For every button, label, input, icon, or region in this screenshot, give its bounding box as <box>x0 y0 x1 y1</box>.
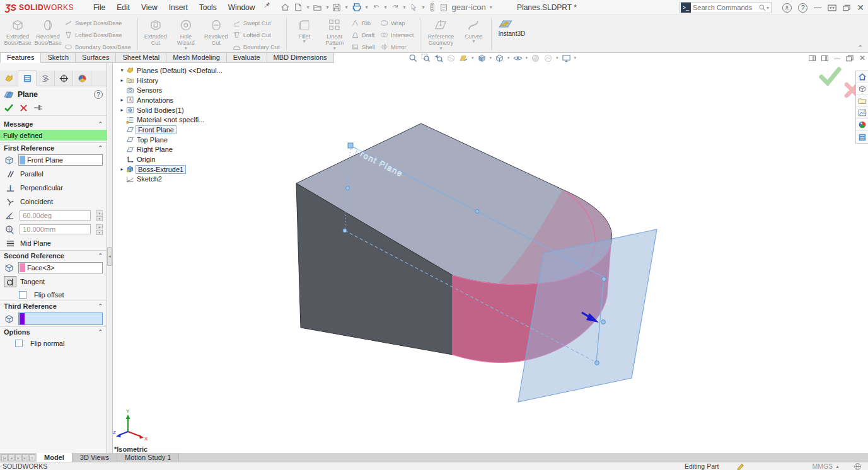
second-reference-section-header[interactable]: Second Reference⌃ <box>0 250 107 261</box>
revolved-cut-button[interactable]: Revolved Cut <box>201 17 231 47</box>
tree-item-boss-extrude[interactable]: ▸ Boss-Extrude1 <box>118 164 253 175</box>
pane-left-icon[interactable] <box>809 55 816 61</box>
rebuild-button[interactable] <box>427 1 437 13</box>
menu-tools[interactable]: Tools <box>194 1 223 14</box>
ok-button[interactable] <box>4 103 14 112</box>
pane-right-icon[interactable] <box>821 55 828 61</box>
open-caret-icon[interactable]: ▾ <box>326 4 328 10</box>
tree-item-label[interactable]: Origin <box>137 156 155 163</box>
display-style-caret-icon[interactable]: ▾ <box>507 55 510 60</box>
close-button[interactable]: ✕ <box>857 3 864 13</box>
collapse-chevron-icon[interactable]: ⌃ <box>98 145 103 151</box>
doc-restore-icon[interactable] <box>846 55 854 62</box>
print-caret-icon[interactable]: ▾ <box>366 4 368 10</box>
distance-spinner[interactable]: ▲▼ <box>96 224 103 234</box>
expand-icon[interactable]: ▸ <box>118 97 126 103</box>
tree-item-solid-bodies[interactable]: ▸ Solid Bodies(1) <box>118 105 253 115</box>
options-gear-icon[interactable]: gear-icon <box>451 1 487 13</box>
tab-features[interactable]: Features <box>0 53 41 63</box>
tree-item-material[interactable]: Material <not specifi... <box>118 115 253 125</box>
tree-item-label[interactable]: Material <not specifi... <box>137 116 204 123</box>
open-button[interactable] <box>311 1 323 13</box>
instant3d-toggle[interactable]: Instant3D <box>492 15 531 52</box>
menu-insert[interactable]: Insert <box>163 1 194 14</box>
file-explorer-icon[interactable] <box>856 95 868 107</box>
spin-up-icon[interactable]: ▲ <box>96 210 103 215</box>
hide-show-items-icon[interactable] <box>513 54 523 63</box>
new-document-button[interactable] <box>292 1 304 13</box>
tab-propertymanager-icon[interactable] <box>18 71 37 86</box>
tree-item-label[interactable]: Front Plane <box>136 125 176 134</box>
redo-button[interactable] <box>390 2 401 13</box>
rib-button[interactable]: Rib <box>351 17 379 29</box>
parallel-option[interactable]: Parallel <box>0 167 107 181</box>
flyout-collapse-icon[interactable]: ▾ <box>118 67 126 73</box>
collapse-chevron-icon[interactable]: ⌃ <box>98 121 103 127</box>
hide-show-caret-icon[interactable]: ▾ <box>526 55 528 60</box>
panel-splitter[interactable]: ◂ <box>107 63 113 453</box>
undo-button[interactable] <box>371 2 382 13</box>
doc-minimize-icon[interactable]: — <box>834 55 840 62</box>
home-button[interactable] <box>279 1 291 13</box>
spin-down-icon[interactable]: ▼ <box>96 230 103 235</box>
tree-item-label[interactable]: Solid Bodies(1) <box>137 106 184 114</box>
display-style-icon[interactable] <box>495 54 504 63</box>
tree-item-origin[interactable]: Origin <box>118 154 253 164</box>
tree-item-history[interactable]: ▸ History <box>118 76 253 86</box>
tree-item-label[interactable]: Boss-Extrude1 <box>136 165 186 174</box>
options-caret-icon[interactable]: ▾ <box>490 4 492 10</box>
spin-down-icon[interactable]: ▼ <box>96 216 103 221</box>
tab-featuremanager-icon[interactable] <box>0 71 18 86</box>
coincident-option[interactable]: Coincident <box>0 195 107 209</box>
view-palette-icon[interactable] <box>856 107 868 119</box>
tree-item-label[interactable]: Right Plane <box>137 146 173 153</box>
custom-properties-icon[interactable] <box>856 131 868 143</box>
select-caret-icon[interactable]: ▾ <box>422 4 425 10</box>
tab-3d-views[interactable]: 3D Views <box>72 453 117 462</box>
doc-close-icon[interactable]: ✕ <box>859 54 865 62</box>
pin-menu-icon[interactable]: 📌︎ <box>263 1 270 14</box>
tree-item-top-plane[interactable]: Top Plane <box>118 135 253 145</box>
tab-surfaces[interactable]: Surfaces <box>76 53 116 63</box>
flip-offset-checkbox[interactable] <box>19 291 26 299</box>
print-button[interactable] <box>350 1 363 13</box>
reference-geometry-caret-icon[interactable]: ▾ <box>439 47 442 50</box>
dynamic-annotation-views-icon[interactable] <box>459 54 468 63</box>
revolved-boss-button[interactable]: Revolved Boss/Base <box>33 17 63 47</box>
menu-window[interactable]: Window <box>223 1 261 14</box>
search-input[interactable] <box>693 4 758 11</box>
design-library-icon[interactable] <box>856 83 868 95</box>
search-icon[interactable] <box>758 4 767 12</box>
account-icon[interactable] <box>782 3 792 13</box>
tab-sketch[interactable]: Sketch <box>41 53 76 63</box>
status-globe-icon[interactable] <box>854 462 862 470</box>
angle-spinner[interactable]: ▲▼ <box>96 210 103 221</box>
fillet-button[interactable]: Fillet ▾ <box>289 17 320 43</box>
scroll-last-icon[interactable]: ▸| <box>22 454 28 461</box>
boundary-cut-button[interactable]: Boundary Cut <box>233 41 284 53</box>
expand-icon[interactable]: ▸ <box>118 77 126 83</box>
tab-dimxpertmanager-icon[interactable] <box>55 71 73 86</box>
fullscreen-button[interactable] <box>828 4 836 11</box>
pm-help-icon[interactable]: ? <box>94 90 103 99</box>
restore-button[interactable] <box>843 4 850 11</box>
flip-normal-option[interactable]: Flip normal <box>0 337 107 349</box>
curves-caret-icon[interactable]: ▾ <box>472 40 475 43</box>
second-reference-selection-field[interactable]: Face<3> <box>18 262 103 273</box>
third-reference-section-header[interactable]: Third Reference⌃ <box>0 301 107 311</box>
view-orientation-icon[interactable] <box>477 54 487 63</box>
tab-evaluate[interactable]: Evaluate <box>227 53 267 63</box>
undo-caret-icon[interactable]: ▾ <box>385 4 387 10</box>
draft-button[interactable]: Draft <box>351 29 379 41</box>
hole-wizard-button[interactable]: Hole Wizard ▾ <box>171 17 201 50</box>
menu-view[interactable]: View <box>136 1 163 14</box>
save-caret-icon[interactable]: ▾ <box>345 4 347 10</box>
view-settings-icon[interactable] <box>562 54 571 63</box>
swept-cut-button[interactable]: Swept Cut <box>233 17 284 29</box>
tree-root-row[interactable]: ▾ Planes (Default) <<Defaul... <box>118 66 253 76</box>
hole-wizard-caret-icon[interactable]: ▾ <box>185 47 187 50</box>
file-properties-button[interactable] <box>438 2 449 13</box>
ribbon-collapse-icon[interactable]: ⌃ <box>858 44 863 51</box>
first-reference-section-header[interactable]: First Reference⌃ <box>0 142 107 153</box>
tab-list-icon[interactable]: ≡ <box>29 454 35 461</box>
